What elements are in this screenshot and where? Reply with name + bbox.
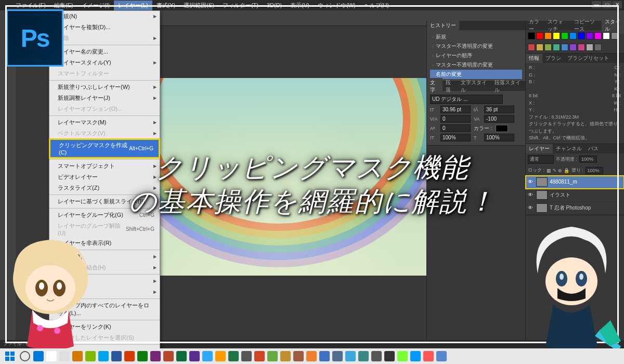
swatch[interactable] [553, 44, 560, 51]
swatch[interactable] [569, 32, 577, 40]
menu-window[interactable]: ウィンドウ(W) [314, 1, 360, 10]
minimize-button[interactable]: — [592, 1, 601, 8]
menu-item[interactable]: 新規(N) [49, 11, 160, 22]
taskbar-app-icon[interactable] [254, 351, 265, 361]
menu-item[interactable]: レイヤーに基づく新規スライス(B) [49, 196, 160, 207]
history-tab[interactable]: ヒストリー [427, 21, 459, 30]
menu-select[interactable]: 選択範囲(S) [179, 1, 218, 10]
document-canvas[interactable] [133, 78, 426, 276]
swatch[interactable] [578, 44, 585, 51]
menu-3d[interactable]: 3D(D) [263, 1, 286, 9]
history-item[interactable]: 新規 [430, 32, 522, 42]
menu-file[interactable]: ファイル(F) [11, 1, 50, 10]
taskbar-app-icon[interactable] [189, 351, 200, 361]
taskbar-app-icon[interactable] [319, 351, 330, 361]
font-family-field[interactable]: UD デジタル ... [430, 95, 503, 104]
taskbar-app-icon[interactable] [371, 351, 382, 361]
swatch[interactable] [586, 44, 593, 51]
fill-field[interactable]: 100% [586, 167, 603, 174]
taskbar-app-icon[interactable] [85, 351, 96, 361]
menu-item[interactable]: スマートオブジェクト [49, 161, 160, 172]
taskbar-app-icon[interactable] [228, 351, 239, 361]
menu-image[interactable]: イメージ(I) [77, 1, 114, 10]
taskbar-app-icon[interactable] [46, 351, 57, 361]
close-button[interactable]: ✕ [613, 1, 622, 8]
menu-help[interactable]: ヘルプ(H) [360, 1, 393, 10]
swatch[interactable] [603, 32, 610, 40]
menu-view[interactable]: 表示(V) [286, 1, 314, 10]
va-field[interactable]: 0 [440, 115, 471, 123]
taskbar-app-icon[interactable] [241, 351, 252, 361]
panel-tab[interactable]: スタイル [602, 17, 624, 34]
taskbar-app-icon[interactable] [384, 351, 395, 361]
menu-item[interactable]: レイヤーを複製(D)... [49, 22, 160, 33]
taskbar-app-icon[interactable] [98, 351, 109, 361]
taskbar-app-icon[interactable] [267, 351, 278, 361]
swatch[interactable] [594, 44, 602, 51]
layer-row[interactable]: 👁4880811_m [526, 176, 624, 189]
taskbar-app-icon[interactable] [397, 351, 408, 361]
swatch[interactable] [586, 32, 593, 40]
taskbar-app-icon[interactable] [59, 351, 70, 361]
taskbar-app-icon[interactable] [436, 351, 447, 361]
lock-icons[interactable]: ▦ ✎ ⊕ 🔒 [547, 168, 569, 173]
taskbar-app-icon[interactable] [111, 351, 122, 361]
taskbar-app-icon[interactable] [358, 351, 369, 361]
swatch[interactable] [569, 44, 577, 51]
swatch[interactable] [544, 44, 552, 51]
taskbar-app-icon[interactable] [124, 351, 135, 361]
taskbar-app-icon[interactable] [215, 351, 226, 361]
kerning-field[interactable]: -100 [484, 115, 514, 123]
history-item[interactable]: レイヤーの順序 [430, 51, 522, 60]
menu-item[interactable]: レイヤーをグループ化(G)Ctrl+G [49, 210, 160, 220]
visibility-icon[interactable]: 👁 [528, 192, 534, 198]
taskbar-app-icon[interactable] [293, 351, 304, 361]
text-color-swatch[interactable] [496, 125, 508, 132]
menu-filter[interactable]: フィルター(T) [218, 1, 263, 10]
opacity-field[interactable]: 100% [579, 155, 597, 163]
menu-item[interactable]: ビデオレイヤー [49, 172, 160, 183]
font-size-field[interactable]: 30.96 pt [440, 106, 471, 113]
taskbar-app-icon[interactable] [410, 351, 421, 361]
start-button[interactable] [3, 350, 17, 362]
hscale-field[interactable]: 100% [484, 134, 514, 141]
swatch[interactable] [544, 32, 552, 40]
panel-tab[interactable]: 情報 [526, 54, 542, 63]
taskbar-app-icon[interactable] [33, 351, 44, 361]
menu-item[interactable]: レイヤースタイル(Y) [49, 57, 160, 68]
blend-mode-field[interactable]: 通常 [528, 155, 554, 164]
panel-tab[interactable]: コピーソース [571, 17, 602, 34]
leading-field[interactable]: 36 pt [484, 106, 514, 113]
swatch[interactable] [594, 32, 602, 40]
taskbar-app-icon[interactable] [202, 351, 213, 361]
vscale-field[interactable]: 100% [440, 134, 471, 141]
visibility-icon[interactable]: 👁 [528, 179, 534, 185]
menu-item[interactable]: レイヤー名の変更... [49, 46, 160, 57]
history-item[interactable]: マスター不透明度の変更 [430, 60, 522, 70]
taskbar-app-icon[interactable] [423, 351, 434, 361]
swatch[interactable] [536, 32, 543, 40]
swatch[interactable] [611, 32, 618, 40]
swatch[interactable] [561, 32, 568, 40]
menu-item[interactable]: ラスタライズ(Z) [49, 183, 160, 193]
visibility-icon[interactable]: 👁 [528, 205, 534, 211]
menu-item[interactable]: レイヤーマスク(M) [49, 117, 160, 128]
menu-edit[interactable]: 編集(E) [50, 1, 77, 10]
swatch[interactable] [553, 32, 560, 40]
cortana-icon[interactable] [20, 351, 30, 361]
menu-type[interactable]: 書式(Y) [152, 1, 180, 10]
taskbar-app-icon[interactable] [150, 351, 161, 361]
panel-tab[interactable]: 段落 [443, 78, 458, 95]
taskbar-app-icon[interactable] [72, 351, 83, 361]
panel-tab[interactable]: ブラシプリセット [564, 54, 612, 63]
panel-tab[interactable]: ブラシ [542, 54, 564, 63]
menu-layer[interactable]: レイヤー(L) [114, 1, 152, 10]
maximize-button[interactable]: ▭ [602, 1, 612, 8]
panel-tab[interactable]: パス [585, 144, 602, 153]
swatch[interactable] [528, 32, 535, 40]
taskbar-app-icon[interactable] [345, 351, 356, 361]
history-item[interactable]: マスター不透明度の変更 [430, 42, 522, 51]
panel-tab[interactable]: 段落スタイル [491, 78, 525, 95]
menu-item-clipping-mask[interactable]: クリッピングマスクを作成(C)Alt+Ctrl+G [50, 140, 159, 157]
swatch[interactable] [536, 44, 543, 51]
